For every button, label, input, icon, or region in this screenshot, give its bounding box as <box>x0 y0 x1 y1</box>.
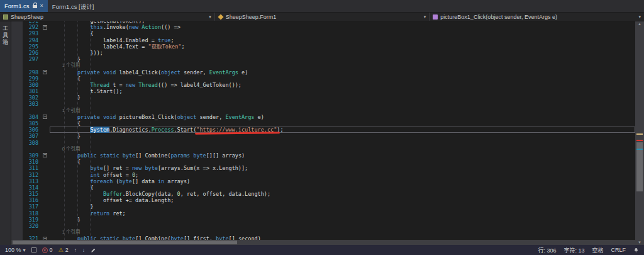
error-count[interactable]: × 0 <box>42 247 53 253</box>
line-number: 305 <box>23 120 42 127</box>
line-number: 297 <box>23 56 42 62</box>
navigate-forward-icon[interactable]: ↓ <box>82 247 85 253</box>
breakpoint-margin[interactable] <box>11 210 23 217</box>
breakpoint-margin[interactable] <box>11 184 23 191</box>
breakpoint-margin[interactable] <box>11 133 23 139</box>
column-indicator[interactable]: 字符: 13 <box>564 246 584 254</box>
code-text[interactable]: System.Diagnostics.Process.Start("https:… <box>50 127 635 133</box>
scroll-up-icon[interactable]: ▲ <box>635 22 644 26</box>
code-text[interactable]: byte[] ret = new byte[arrays.Sum(x => x.… <box>50 165 635 171</box>
collapse-box-icon[interactable]: − <box>43 237 47 240</box>
breakpoint-margin[interactable] <box>11 50 23 56</box>
breakpoint-margin[interactable] <box>11 69 23 76</box>
edit-pencil-icon[interactable] <box>91 247 96 253</box>
code-text[interactable] <box>50 140 635 146</box>
eol-indicator[interactable]: CRLF <box>611 247 626 253</box>
code-text[interactable]: { <box>50 76 635 82</box>
breakpoint-margin[interactable] <box>11 82 23 88</box>
vertical-scrollbar[interactable]: ▲ ▼ <box>635 21 644 245</box>
member-dropdown[interactable]: pictureBox1_Click(object sender, EventAr… <box>430 13 644 21</box>
scroll-down-icon[interactable]: ▼ <box>635 241 644 244</box>
breakpoint-margin[interactable] <box>11 76 23 82</box>
breakpoint-margin[interactable] <box>11 127 23 133</box>
breakpoint-margin[interactable] <box>11 159 23 165</box>
breakpoint-margin[interactable] <box>11 223 23 229</box>
code-text[interactable]: } <box>50 133 635 139</box>
line-indicator[interactable]: 行: 306 <box>538 246 556 254</box>
code-text[interactable]: { <box>50 159 635 165</box>
code-text[interactable]: Buffer.BlockCopy(data, 0, ret, offset, d… <box>50 191 635 197</box>
code-text[interactable]: } <box>50 217 635 223</box>
navigate-back-icon[interactable]: ↑ <box>74 247 77 253</box>
warning-count[interactable]: ⚠ 2 <box>58 247 69 253</box>
breakpoint-margin[interactable] <box>11 172 23 178</box>
code-text[interactable]: { <box>50 184 635 191</box>
code-text[interactable]: } <box>50 94 635 101</box>
code-text[interactable]: this.Invoke(new Action(() => <box>50 24 635 30</box>
tab-form1-designer[interactable]: Form1.cs [设计] <box>48 0 99 12</box>
code-text[interactable]: public static byte[] Combine(byte[] firs… <box>50 235 635 240</box>
codelens-text[interactable]: 1 个引用 <box>50 62 635 69</box>
code-text[interactable]: offset += data.Length; <box>50 197 635 203</box>
screen-icon[interactable] <box>31 247 36 252</box>
breakpoint-margin[interactable] <box>11 62 23 69</box>
collapse-box-icon[interactable]: − <box>43 153 47 157</box>
breakpoint-margin[interactable] <box>11 56 23 62</box>
breakpoint-margin[interactable] <box>11 146 23 152</box>
codelens-text[interactable]: 1 个引用 <box>50 108 635 114</box>
code-text[interactable]: foreach (byte[] data in arrays) <box>50 178 635 184</box>
breakpoint-margin[interactable] <box>11 178 23 184</box>
breakpoint-margin[interactable] <box>11 152 23 159</box>
breakpoint-margin[interactable] <box>11 120 23 127</box>
code-editor[interactable]: 291 getWechatToken();292− this.Invoke(ne… <box>11 21 635 240</box>
code-text[interactable]: label4.Text = "获取Token"; <box>50 43 635 50</box>
breakpoint-margin[interactable] <box>11 101 23 107</box>
spaces-indicator[interactable]: 空格 <box>592 246 603 254</box>
breakpoint-margin[interactable] <box>11 197 23 203</box>
breakpoint-margin[interactable] <box>11 30 23 37</box>
codelens-text[interactable]: 0 个引用 <box>50 146 635 152</box>
breakpoint-margin[interactable] <box>11 203 23 210</box>
code-text[interactable]: label4.Enabled = true; <box>50 37 635 43</box>
close-icon[interactable]: × <box>40 3 43 9</box>
code-text[interactable]: })); <box>50 50 635 56</box>
code-text[interactable]: int offset = 0; <box>50 172 635 178</box>
zoom-control[interactable]: 100 % ▾ <box>5 247 26 253</box>
code-text[interactable]: private void pictureBox1_Click(object se… <box>50 114 635 120</box>
breakpoint-margin[interactable] <box>11 37 23 43</box>
horizontal-scrollbar-thumb[interactable] <box>13 241 237 244</box>
code-text[interactable]: t.Start(); <box>50 88 635 94</box>
code-text[interactable]: private void label4_Click(object sender,… <box>50 69 635 76</box>
breakpoint-margin[interactable] <box>11 24 23 30</box>
collapse-box-icon[interactable]: − <box>43 25 47 30</box>
breakpoint-margin[interactable] <box>11 235 23 240</box>
breakpoint-margin[interactable] <box>11 94 23 101</box>
horizontal-scrollbar[interactable] <box>11 240 635 245</box>
code-text[interactable]: { <box>50 120 635 127</box>
collapse-box-icon[interactable]: − <box>43 70 47 74</box>
type-dropdown[interactable]: SheepSheep.Form1 ▾ <box>215 13 430 21</box>
code-text[interactable]: public static byte[] Combine(params byte… <box>50 152 635 159</box>
code-text[interactable] <box>50 223 635 229</box>
breakpoint-margin[interactable] <box>11 191 23 197</box>
codelens-text[interactable]: 1 个引用 <box>50 229 635 235</box>
code-text[interactable]: return ret; <box>50 210 635 217</box>
code-text[interactable]: } <box>50 56 635 62</box>
bell-icon[interactable] <box>633 247 639 253</box>
toolbox-tab[interactable]: 工具箱 <box>1 25 9 245</box>
breakpoint-margin[interactable] <box>11 165 23 171</box>
code-text[interactable] <box>50 101 635 107</box>
breakpoint-margin[interactable] <box>11 229 23 235</box>
collapse-box-icon[interactable]: − <box>43 115 47 119</box>
breakpoint-margin[interactable] <box>11 114 23 120</box>
code-text[interactable]: } <box>50 203 635 210</box>
breakpoint-margin[interactable] <box>11 217 23 223</box>
breakpoint-margin[interactable] <box>11 88 23 94</box>
breakpoint-margin[interactable] <box>11 43 23 50</box>
code-text[interactable]: Thread t = new Thread(() => label4_GetTo… <box>50 82 635 88</box>
code-text[interactable]: { <box>50 30 635 37</box>
tab-form1-cs[interactable]: Form1.cs × <box>0 0 48 12</box>
project-dropdown[interactable]: SheepSheep ▾ <box>0 13 215 21</box>
breakpoint-margin[interactable] <box>11 140 23 146</box>
breakpoint-margin[interactable] <box>11 108 23 114</box>
